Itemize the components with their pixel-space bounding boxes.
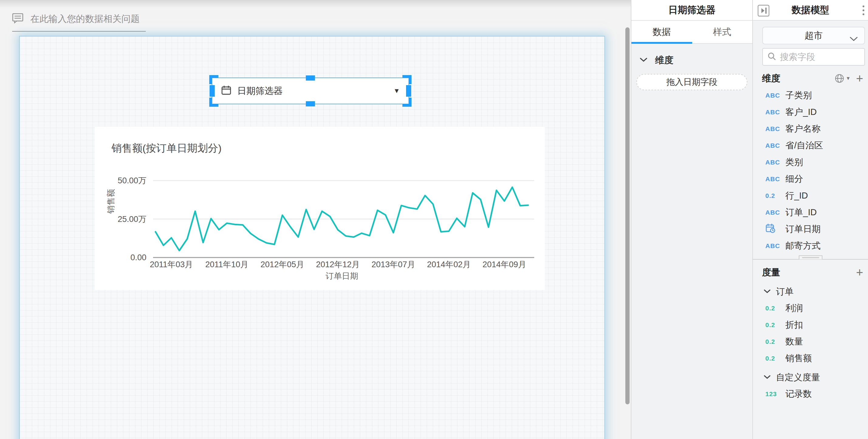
- panel-section-divider: [753, 259, 868, 260]
- model-panel-title: 数据模型: [792, 4, 830, 17]
- field-type-badge: ABC: [765, 125, 781, 133]
- measure-group-自定义度量[interactable]: 自定义度量: [753, 370, 868, 385]
- field-item-子类别[interactable]: ABC子类别: [753, 87, 868, 104]
- field-type-badge: ABC: [765, 175, 781, 183]
- add-measure-button[interactable]: +: [856, 266, 863, 279]
- field-item-行_ID[interactable]: 0.2行_ID: [753, 187, 868, 204]
- y-axis-title: 销售额: [106, 189, 116, 214]
- field-label: 销售额: [785, 352, 812, 364]
- x-tick-label: 2011年10月: [205, 260, 248, 269]
- field-type-badge: ABC: [765, 159, 781, 166]
- sales-line-chart-card[interactable]: 销售额(按订单日期划分) 50.00万25.00万0.00销售额2011年03月…: [95, 127, 545, 290]
- field-label: 订单日期: [785, 223, 820, 235]
- field-label: 利润: [785, 302, 803, 314]
- resize-handle[interactable]: [209, 75, 218, 84]
- field-item-邮寄方式[interactable]: ABC邮寄方式: [753, 237, 868, 254]
- field-item-订单日期[interactable]: 订单日期: [753, 221, 868, 237]
- field-item-客户名称[interactable]: ABC客户名称: [753, 120, 868, 137]
- field-type-badge: ABC: [765, 92, 781, 99]
- collapse-panel-icon[interactable]: [757, 5, 770, 18]
- resize-handle[interactable]: [306, 101, 315, 107]
- dropdown-caret-icon[interactable]: ▼: [393, 87, 400, 95]
- field-item-利润[interactable]: 0.2利润: [753, 300, 868, 317]
- date-filter-widget[interactable]: 日期筛选器 ▼: [212, 78, 409, 104]
- question-input[interactable]: 在此输入您的数据相关问题: [12, 7, 146, 32]
- field-item-类别[interactable]: ABC类别: [753, 154, 868, 171]
- model-panel-header: 数据模型: [753, 0, 868, 21]
- date-field-dropzone[interactable]: 拖入日期字段: [636, 74, 747, 90]
- x-tick-label: 2013年07月: [371, 260, 415, 269]
- filter-panel-title: 日期筛选器: [669, 4, 716, 17]
- tab-style[interactable]: 样式: [692, 21, 752, 43]
- x-tick-label: 2012年05月: [260, 260, 304, 269]
- resize-handle[interactable]: [306, 76, 315, 81]
- sales-line-chart: 50.00万25.00万0.00销售额2011年03月2011年10月2012年…: [95, 127, 545, 290]
- field-item-订单_ID[interactable]: ABC订单_ID: [753, 204, 868, 221]
- field-item-数量[interactable]: 0.2数量: [753, 333, 868, 350]
- chevron-down-icon: [850, 33, 858, 44]
- field-type-badge: ABC: [765, 242, 781, 250]
- dataset-selector[interactable]: 超市: [762, 27, 865, 45]
- field-label: 客户_ID: [785, 106, 817, 118]
- resize-handle[interactable]: [406, 85, 411, 97]
- field-type-badge: ABC: [765, 109, 781, 116]
- canvas-vertical-scrollbar[interactable]: [625, 27, 629, 404]
- group-label: 自定义度量: [776, 372, 820, 384]
- resize-handle[interactable]: [210, 85, 215, 97]
- field-type-badge: 0.2: [765, 338, 781, 345]
- active-tab-underline: [631, 42, 692, 44]
- field-label: 记录数: [785, 388, 812, 400]
- field-type-badge: 0.2: [765, 355, 781, 362]
- field-item-细分[interactable]: ABC细分: [753, 171, 868, 187]
- field-item-销售额[interactable]: 0.2销售额: [753, 350, 868, 367]
- y-tick-label: 25.00万: [118, 215, 146, 224]
- divider-drag-handle[interactable]: [799, 255, 823, 259]
- field-label: 折扣: [785, 319, 803, 331]
- measure-group-订单[interactable]: 订单: [753, 284, 868, 300]
- dashboard-canvas[interactable]: 日期筛选器 ▼ 销售额(按订单日期划分) 50.00万25.00万0.00销售额…: [19, 36, 605, 439]
- field-label: 省/自治区: [785, 140, 823, 152]
- resize-handle[interactable]: [402, 97, 411, 107]
- field-type-badge: ABC: [765, 142, 781, 149]
- question-placeholder: 在此输入您的数据相关问题: [30, 13, 140, 25]
- y-tick-label: 50.00万: [118, 176, 146, 185]
- field-type-badge: 123: [765, 390, 781, 398]
- chevron-down-icon: [764, 375, 771, 381]
- filter-dimension-section[interactable]: 维度: [631, 44, 752, 66]
- field-label: 行_ID: [785, 190, 808, 202]
- x-tick-label: 2012年12月: [316, 260, 360, 269]
- data-model-panel: 数据模型 超市 维度 ▼ + ABC子类别ABC客户_IDABC客户名称ABC省…: [752, 0, 868, 439]
- dataset-selector-value: 超市: [805, 29, 823, 42]
- search-icon: [767, 52, 776, 62]
- caret-down-icon: ▼: [846, 76, 851, 81]
- field-type-badge: 0.2: [765, 304, 781, 312]
- field-label: 邮寄方式: [785, 240, 820, 252]
- canvas-area: 在此输入您的数据相关问题 日期筛选器 ▼ 销售额(按订单日期划分): [0, 0, 631, 439]
- field-item-客户_ID[interactable]: ABC客户_ID: [753, 104, 868, 120]
- field-item-折扣[interactable]: 0.2折扣: [753, 317, 868, 333]
- field-search-input[interactable]: [780, 52, 860, 62]
- field-item-省/自治区[interactable]: ABC省/自治区: [753, 137, 868, 154]
- field-search-box[interactable]: [762, 48, 865, 66]
- field-label: 类别: [785, 156, 803, 169]
- x-tick-label: 2011年03月: [150, 260, 193, 269]
- geo-role-dropdown[interactable]: ▼: [834, 73, 851, 84]
- resize-handle[interactable]: [402, 75, 411, 84]
- y-tick-label: 0.00: [130, 253, 146, 262]
- resize-handle[interactable]: [209, 97, 218, 107]
- field-label: 订单_ID: [785, 206, 817, 218]
- tab-data[interactable]: 数据: [631, 21, 692, 43]
- field-type-badge: 0.2: [765, 321, 781, 329]
- measures-header-label: 度量: [762, 266, 856, 279]
- filter-config-panel: 日期筛选器 数据 样式 维度 拖入日期字段: [631, 0, 752, 439]
- chevron-down-icon: [764, 289, 771, 295]
- field-item-记录数[interactable]: 123记录数: [753, 385, 868, 402]
- filter-dimension-label: 维度: [655, 54, 673, 66]
- x-axis-title: 订单日期: [326, 271, 359, 281]
- filter-panel-tabs: 数据 样式: [631, 21, 752, 44]
- more-options-icon[interactable]: [863, 5, 864, 15]
- add-dimension-button[interactable]: +: [856, 72, 863, 85]
- field-type-badge: 0.2: [765, 192, 781, 199]
- dimensions-section-header: 维度 ▼ +: [753, 70, 868, 87]
- field-type-badge: ABC: [765, 209, 781, 216]
